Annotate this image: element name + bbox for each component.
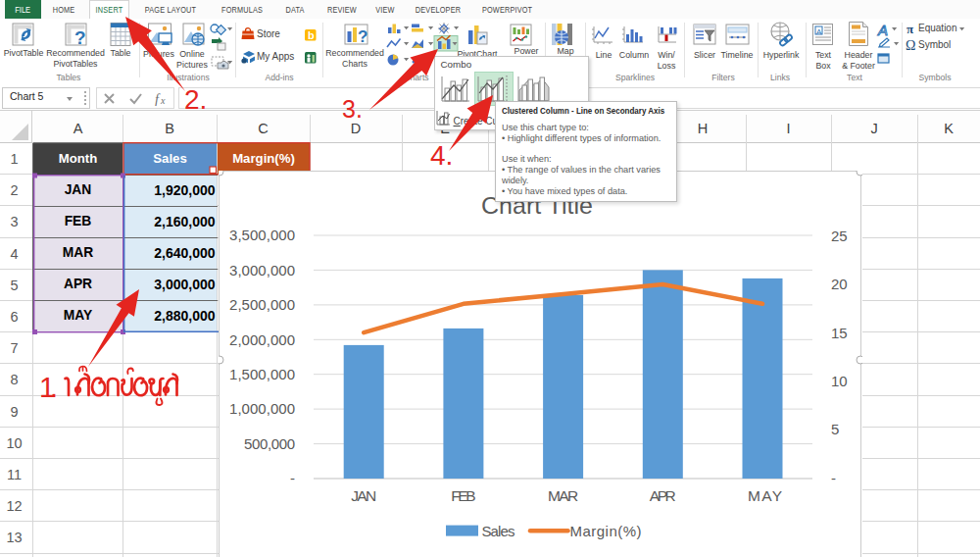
svg-text:b: b [308,29,315,41]
svg-text:25: 25 [831,228,848,244]
svg-text:Ω: Ω [906,38,915,53]
svg-text:?: ? [358,27,368,46]
svg-text:-: - [831,470,836,486]
svg-text:500,000: 500,000 [244,435,295,452]
svg-text:2,500,000: 2,500,000 [229,296,295,313]
svg-text:Sales: Sales [481,523,514,539]
svg-text:x: x [160,95,166,106]
svg-text:A: A [877,22,888,38]
svg-text:20: 20 [831,276,848,292]
svg-text:Margin(%): Margin(%) [570,523,642,539]
svg-text:MAR: MAR [548,487,578,504]
svg-text:A: A [816,27,822,36]
svg-text:JAN: JAN [351,487,376,504]
svg-text:?: ? [74,27,86,48]
svg-text:5: 5 [831,421,839,437]
svg-text:2,000,000: 2,000,000 [229,331,295,348]
svg-text:3,000,000: 3,000,000 [229,262,295,278]
svg-text:APR: APR [650,487,676,504]
svg-text:1,500,000: 1,500,000 [229,366,295,382]
svg-text:1,000,000: 1,000,000 [229,400,295,417]
svg-text:10: 10 [831,373,848,389]
svg-text:3,500,000: 3,500,000 [229,227,295,243]
svg-text:π: π [906,22,913,36]
svg-text:FEB: FEB [451,487,476,504]
svg-text:15: 15 [831,325,848,341]
svg-text:-: - [290,470,295,486]
svg-text:MAY: MAY [748,487,782,504]
